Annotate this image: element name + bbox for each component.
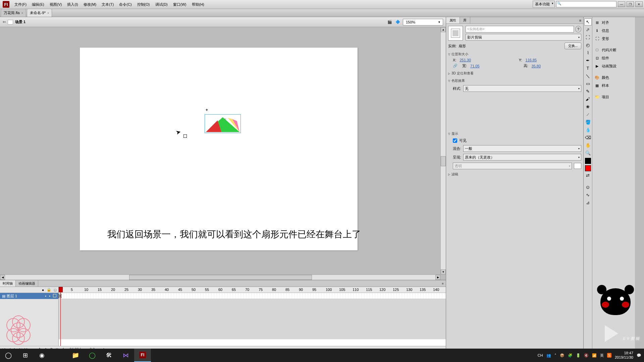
menu-modify[interactable]: 修改(M) — [81, 1, 99, 8]
obs-icon[interactable]: ◉ — [34, 349, 50, 362]
panel-components[interactable]: ⊡组件 — [594, 54, 634, 62]
instance-name-input[interactable]: <实例名称> — [466, 26, 574, 33]
section-filters[interactable]: 滤镜 — [448, 172, 581, 177]
tab-properties[interactable]: 属性 — [446, 17, 460, 23]
visible-checkbox[interactable] — [453, 138, 457, 143]
back-arrow-icon[interactable]: ⇦ — [3, 20, 6, 24]
frame-row[interactable] — [59, 293, 446, 299]
lasso-tool-icon[interactable]: ⌇ — [584, 49, 592, 56]
line-tool-icon[interactable]: ＼ — [584, 72, 592, 79]
panel-presets[interactable]: ▶动画预设 — [594, 62, 634, 70]
menu-help[interactable]: 帮助(H) — [190, 1, 207, 8]
rectangle-tool-icon[interactable]: ▭ — [584, 80, 592, 87]
tab-library[interactable]: 库 — [460, 17, 470, 23]
panel-align[interactable]: ⊞对齐 — [594, 18, 634, 26]
tray-chevron-icon[interactable]: ˄ — [554, 353, 556, 358]
eraser-tool-icon[interactable]: ⌫ — [584, 134, 592, 141]
maximize-button[interactable]: ❐ — [627, 1, 634, 7]
browser-icon[interactable]: ◯ — [84, 349, 101, 362]
flash-icon[interactable]: Fl — [134, 349, 151, 362]
stroke-color-swatch[interactable] — [585, 158, 591, 164]
width-value[interactable]: 71.05 — [470, 64, 520, 68]
edit-scene-icon[interactable]: 🎬 — [387, 19, 393, 25]
menu-debug[interactable]: 调试(D) — [153, 1, 170, 8]
close-icon[interactable]: × — [21, 11, 23, 15]
scroll-up-icon[interactable]: ▲ — [441, 27, 446, 32]
edit-symbol-icon[interactable]: 🔷 — [395, 19, 401, 25]
workspace-dropdown[interactable]: 基本功能 — [533, 1, 555, 8]
hand-tool-icon[interactable]: ✋ — [584, 142, 592, 149]
pen-tool-icon[interactable]: ✒ — [584, 57, 592, 64]
frame-ruler[interactable]: 1510152025303540455055606570758085909510… — [59, 287, 446, 293]
help-search-input[interactable] — [556, 1, 616, 7]
scroll-right-icon[interactable]: ▶ — [435, 275, 440, 280]
eyedropper-tool-icon[interactable]: 💧 — [584, 126, 592, 133]
tray-app-icon[interactable]: 🧩 — [568, 353, 573, 358]
vertical-scrollbar[interactable]: ▲ ▼ — [440, 27, 446, 275]
menu-edit[interactable]: 编辑(E) — [30, 1, 47, 8]
help-icon[interactable]: ? — [575, 26, 581, 33]
outline-column-icon[interactable]: □ — [54, 288, 56, 292]
panel-color[interactable]: 🎨颜色 — [594, 73, 634, 81]
keyframe-icon[interactable] — [59, 294, 61, 298]
stage-area[interactable]: + ○ 我们返回场景一，我们就可以看到这个扇形元件已经在舞台上了 ➤ ▲ ▼ ◀… — [0, 27, 446, 280]
fill-color-swatch[interactable] — [585, 165, 591, 171]
battery-icon[interactable]: 🔋 — [576, 353, 581, 358]
3d-rotate-tool-icon[interactable]: ◴ — [584, 42, 592, 49]
text-tool-icon[interactable]: T — [584, 65, 592, 72]
selected-symbol[interactable] — [205, 114, 241, 133]
x-value[interactable]: 251.30 — [460, 58, 515, 62]
panel-transform[interactable]: ⛶变形 — [594, 35, 634, 43]
swap-button[interactable]: 交换... — [565, 43, 581, 49]
task-view-button[interactable]: ⊞ — [17, 349, 34, 362]
layer-row[interactable]: ▤ 图层 1 •• — [0, 293, 58, 299]
free-transform-tool-icon[interactable]: ⛶ — [584, 34, 592, 41]
document-tab[interactable]: 万花筒.fla× — [1, 9, 26, 17]
lock-ratio-icon[interactable]: 🔗 — [453, 64, 458, 68]
panel-menu-icon[interactable]: ≡ — [577, 17, 583, 23]
wifi-icon[interactable]: 📶 — [592, 353, 597, 358]
color-style-dropdown[interactable]: 无 — [463, 85, 581, 92]
start-button[interactable]: ◯ — [0, 349, 17, 362]
zoom-dropdown[interactable]: 150% — [403, 19, 443, 25]
horizontal-scrollbar[interactable]: ◀ ▶ — [0, 275, 440, 280]
close-icon[interactable]: × — [47, 11, 49, 15]
symbol-type-dropdown[interactable]: 影片剪辑 — [466, 34, 581, 41]
menu-ctrl[interactable]: 控制(O) — [135, 1, 152, 8]
scroll-down-icon[interactable]: ▼ — [441, 269, 446, 275]
menu-cmd[interactable]: 命令(C) — [117, 1, 134, 8]
swap-colors-icon[interactable]: ⇄ — [584, 172, 592, 179]
pencil-tool-icon[interactable]: ✎ — [584, 88, 592, 95]
menu-text[interactable]: 文本(T) — [99, 1, 116, 8]
y-value[interactable]: 116.85 — [526, 58, 581, 62]
ime-short[interactable]: CH — [538, 353, 543, 357]
menu-view[interactable]: 视图(V) — [47, 1, 64, 8]
close-button[interactable]: ✕ — [635, 1, 643, 7]
section-3d[interactable]: 3D 定位和查看 — [448, 71, 581, 76]
scroll-thumb[interactable] — [129, 275, 312, 280]
vs-icon[interactable]: ⋈ — [117, 349, 134, 362]
taskbar-clock[interactable]: 18:47 2019/11/30 — [615, 351, 633, 360]
visibility-column-icon[interactable]: ● — [42, 288, 44, 292]
tools-icon[interactable]: 🛠 — [101, 349, 117, 362]
transparent-dropdown[interactable]: 透明 — [453, 163, 572, 169]
tab-motion-editor[interactable]: 动画编辑器 — [16, 280, 38, 287]
menu-insert[interactable]: 插入(I) — [65, 1, 80, 8]
volume-icon[interactable]: 🔇 — [584, 353, 589, 358]
people-icon[interactable]: 👥 — [546, 353, 551, 358]
document-tab[interactable]: 未命名-9*× — [27, 9, 52, 17]
tray-cube-icon[interactable]: 📦 — [560, 353, 565, 358]
panel-snippets[interactable]: 〈〉代码片断 — [594, 46, 634, 54]
lock-column-icon[interactable]: 🔒 — [47, 288, 51, 292]
ime-lang[interactable]: 英 — [600, 353, 604, 358]
explorer-icon[interactable]: 📁 — [67, 349, 84, 362]
stage-canvas[interactable] — [80, 48, 358, 250]
selection-tool-icon[interactable]: ↖ — [584, 18, 592, 25]
bone-tool-icon[interactable]: ⟋ — [584, 111, 592, 118]
panel-info[interactable]: ℹ信息 — [594, 26, 634, 35]
straighten-option-icon[interactable]: ⊿ — [584, 199, 592, 206]
blend-dropdown[interactable]: 一般 — [463, 145, 581, 152]
sogou-icon[interactable]: S — [607, 353, 611, 358]
height-value[interactable]: 35.80 — [532, 64, 581, 68]
menu-file[interactable]: 文件(F) — [12, 1, 29, 8]
